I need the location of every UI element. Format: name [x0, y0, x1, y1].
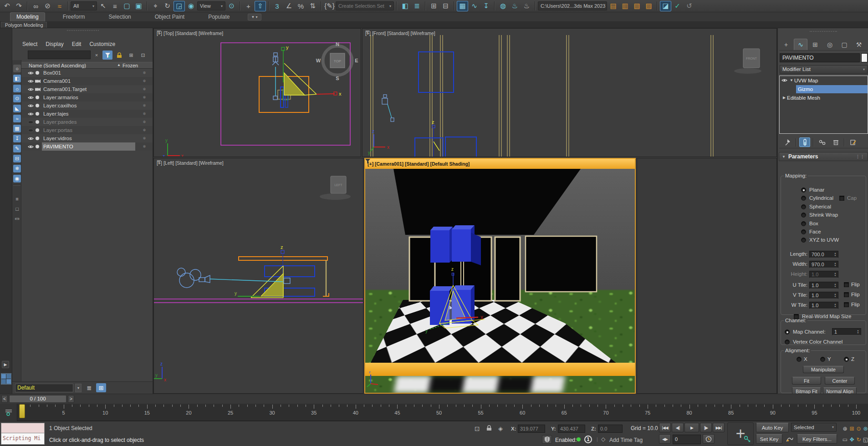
manage-layers-icon[interactable]: ≣ [84, 383, 94, 392]
select-and-link-icon[interactable]: ∞ [30, 1, 41, 11]
tab-modify[interactable]: ∿ [794, 39, 807, 50]
display-space-warps-icon[interactable]: ≈ [13, 115, 21, 122]
auto-key-button[interactable]: Auto Key [756, 423, 789, 432]
item-name[interactable]: Layer:caxilhos [42, 101, 135, 110]
configure-modifier-sets-icon[interactable] [848, 137, 858, 147]
parameters-rollout-header[interactable]: ▼Parameters⋮⋮ [779, 152, 868, 161]
add-time-tag[interactable]: Add Time Tag [609, 437, 643, 443]
wtile-spinner[interactable]: 1.0▲▼ [809, 302, 838, 309]
current-frame-field[interactable]: 0 [673, 435, 701, 444]
scene-script-link-icon[interactable]: ▧ [631, 1, 643, 11]
ribbon-tab-selection[interactable]: Selection [102, 13, 137, 21]
tab-utilities[interactable]: ⚒ [852, 39, 866, 50]
go-to-end-button[interactable]: ▶▶| [713, 423, 725, 432]
snaps-toggle-3d-icon[interactable]: 3 [271, 1, 283, 11]
redo-icon[interactable]: ↷ [13, 1, 25, 11]
display-xrefs-icon[interactable]: ⊟ [13, 155, 21, 162]
tab-create[interactable]: + [779, 39, 793, 50]
item-name[interactable]: Camera001 [42, 77, 135, 85]
collapse-arrow-icon[interactable]: ▶ [781, 96, 787, 100]
mapping-radio-box[interactable] [801, 221, 806, 226]
viewport-camera-label[interactable]: [+] [Camera001] [Standard] [Default Shad… [368, 161, 470, 167]
tab-motion[interactable]: ◎ [823, 39, 837, 50]
select-by-name-icon[interactable]: ≡ [109, 1, 121, 11]
absolute-offset-mode-icon[interactable]: ◈ [498, 425, 503, 432]
go-to-start-button[interactable]: |◀◀ [659, 423, 671, 432]
visibility-eye-icon[interactable] [28, 87, 35, 91]
keyboard-shortcut-override-icon[interactable]: ⇧ [255, 1, 266, 11]
make-unique-icon[interactable] [817, 137, 827, 147]
display-lights-icon[interactable]: ☼ [13, 85, 21, 92]
align-icon[interactable]: ≣ [411, 1, 423, 11]
ribbon-tab-populate[interactable]: Populate [202, 13, 235, 21]
mapping-radio-face[interactable] [801, 229, 806, 234]
unlink-selection-icon[interactable]: ⊘ [42, 1, 53, 11]
frozen-toggle-icon[interactable]: ❄ [135, 71, 153, 75]
panel-grip[interactable] [810, 31, 837, 32]
list-item[interactable]: Box001❄ [21, 69, 153, 77]
autosave-icon[interactable]: ◪ [660, 1, 671, 11]
display-swatch-icon[interactable]: □ [13, 205, 21, 213]
item-name[interactable]: Layer:portas [42, 126, 135, 134]
mapping-radio-xyz-to-uvw[interactable] [801, 238, 806, 243]
visibility-eye-icon[interactable] [28, 79, 35, 83]
undo-history-icon[interactable]: ↺ [684, 1, 695, 11]
isolate-selection-icon[interactable]: ⊡ [475, 425, 480, 432]
percent-snap-toggle-icon[interactable]: % [295, 1, 306, 11]
window-crossing-toggle-icon[interactable]: ▣ [133, 1, 144, 11]
tab-display[interactable]: ▢ [837, 39, 851, 50]
ribbon-config-dropdown[interactable]: ▼▾ [248, 14, 261, 20]
column-chooser-icon[interactable]: ⊡ [138, 51, 148, 60]
list-item[interactable]: Layer:lajes❄ [21, 110, 153, 118]
play-button[interactable]: ▶ [684, 423, 699, 432]
length-spinner[interactable]: 700.0▲▼ [809, 251, 838, 258]
ribbon-tab-object-paint[interactable]: Object Paint [149, 13, 190, 21]
object-color-swatch[interactable] [861, 53, 868, 62]
mapping-radio-cylindrical[interactable] [801, 196, 806, 201]
spinner-snap-toggle-icon[interactable]: ⇅ [307, 1, 318, 11]
tab-hierarchy[interactable]: ⊞ [808, 39, 822, 50]
visibility-eye-icon[interactable] [28, 104, 35, 108]
select-and-place-icon[interactable]: ◉ [185, 1, 197, 11]
adaptive-degradation-shield-icon[interactable] [542, 435, 552, 444]
viewport-front-label[interactable]: [+] [Front] [Standard] [Wireframe] [365, 30, 435, 36]
object-name-field[interactable]: PAVIMENTO [780, 53, 860, 62]
use-pivot-point-center-icon[interactable]: ⊙ [226, 1, 237, 11]
selection-filter-dropdown[interactable]: All▾ [71, 1, 97, 10]
viewport-front[interactable]: [+] [Front] [Standard] [Wireframe] [362, 28, 777, 157]
frozen-toggle-icon[interactable]: ❄ [135, 136, 153, 141]
curve-editor-icon[interactable]: ∿ [469, 1, 480, 11]
fit-button[interactable]: Fit [792, 377, 821, 385]
map-channel-radio[interactable] [785, 329, 790, 334]
mapping-radio-planar[interactable] [801, 188, 806, 193]
scene-script-run-icon[interactable]: ▤ [608, 1, 619, 11]
x-coord-field[interactable]: 319.077 [518, 425, 545, 433]
visibility-eye-icon[interactable] [28, 145, 35, 149]
menu-customize[interactable]: Customize [89, 41, 115, 48]
viewport-top-label[interactable]: [+] [Top] [Standard] [Wireframe] [157, 30, 223, 36]
modifier-visibility-eye-icon[interactable] [780, 78, 789, 82]
display-cameras-icon[interactable]: ⊙ [13, 95, 21, 102]
camera-view-canvas[interactable]: z X y z [365, 169, 635, 393]
toggle-layer-explorer-icon[interactable]: ⊟ [440, 1, 451, 11]
schematic-view-icon[interactable]: ↧ [480, 1, 492, 11]
ribbon-tab-modeling[interactable]: Modeling [10, 12, 45, 21]
menu-display[interactable]: Display [46, 41, 63, 48]
project-folder-dropdown[interactable]: C:\Users\202...3ds Max 2023▾ [538, 1, 607, 10]
alignment-radio-z[interactable] [844, 357, 849, 362]
previous-frame-button[interactable]: ◀|| [672, 423, 684, 432]
list-item[interactable]: Camera001.Target❄ [21, 85, 153, 93]
show-end-result-icon[interactable] [799, 137, 810, 147]
item-name[interactable]: Camera001.Target [42, 85, 135, 93]
manipulate-button[interactable]: Manipulate [803, 366, 844, 373]
add-column-icon[interactable]: ⊞ [126, 51, 136, 60]
z-coord-field[interactable]: 0.0 [598, 425, 623, 433]
stack-item-uvw-map[interactable]: ▼ UVW Map [780, 76, 868, 85]
select-and-manipulate-icon[interactable]: + [243, 1, 254, 11]
column-header-row[interactable]: Name (Sorted Ascending) ▲ Frozen [21, 62, 153, 69]
item-name[interactable]: PAVIMENTO [42, 142, 135, 151]
vertex-color-channel-radio[interactable] [785, 340, 790, 345]
display-frozen-icon[interactable]: ❄ [13, 165, 21, 172]
per-view-filter-icon[interactable] [157, 160, 162, 165]
display-materials-icon[interactable]: ▦ [13, 125, 21, 132]
